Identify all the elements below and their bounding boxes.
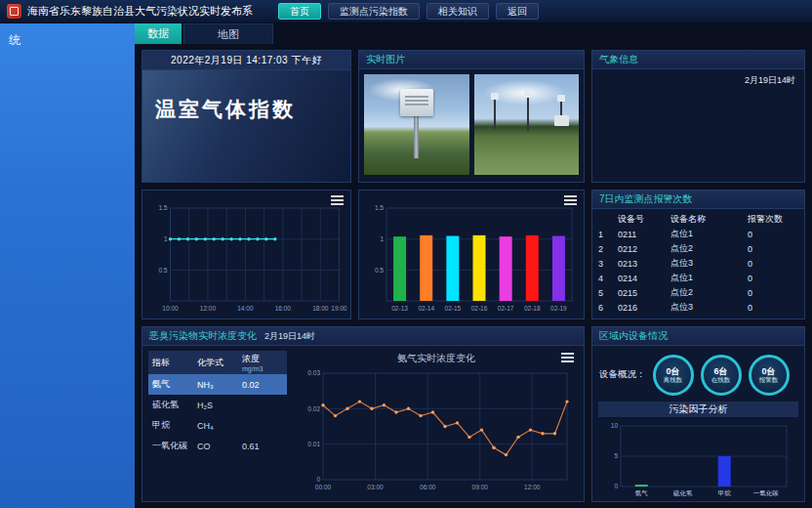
svg-text:0: 0 (614, 483, 618, 489)
col-alarm-count: 报警次数 (748, 213, 798, 226)
alarm-table-row[interactable]: 2 0212 点位2 0 (598, 241, 798, 256)
cell-value: 0.61 (242, 442, 283, 451)
svg-text:02-16: 02-16 (471, 305, 488, 312)
svg-text:0.01: 0.01 (307, 441, 320, 447)
weather-panel-header: 气象信息 (592, 51, 804, 69)
svg-text:1.5: 1.5 (375, 204, 384, 211)
cell-device-id: 0213 (618, 259, 670, 269)
cell-index: 6 (598, 303, 618, 313)
monitor-device (400, 89, 433, 116)
svg-text:14:00: 14:00 (237, 305, 254, 312)
cell-alarm-count: 0 (748, 244, 798, 254)
svg-text:18:00: 18:00 (312, 305, 329, 312)
alarm-table-row[interactable]: 6 0216 点位3 0 (598, 300, 798, 315)
svg-text:10:00: 10:00 (162, 305, 179, 312)
content-area: 数据 地图 2022年2月19日 14:17:03 下午好 温室气体指数 实时图… (135, 23, 812, 508)
main-nav: 首页 监测点污染指数 相关知识 返回 (278, 3, 539, 20)
cell-alarm-count: 0 (748, 303, 798, 313)
alarm-table-row[interactable]: 4 0214 点位1 0 (598, 271, 798, 285)
svg-text:1.5: 1.5 (158, 204, 167, 211)
greenhouse-trend-panel: 0.511.510:0012:0014:0016:0018:0019:00 (142, 190, 351, 319)
cell-device-id: 0216 (618, 303, 670, 313)
svg-text:09:00: 09:00 (472, 484, 489, 490)
online-count-label: 在线数 (711, 376, 731, 383)
dashboard-headline: 温室气体指数 (142, 70, 350, 123)
cell-device-name: 点位3 (670, 257, 748, 270)
daily-index-chart: 0.511.502-1302-1402-1502-1602-1702-1802-… (363, 202, 580, 314)
nh3-chart-title: 氨气实时浓度变化 (397, 351, 475, 365)
cell-alarm-count: 0 (748, 230, 798, 239)
alarm-panel-header: 7日内监测点报警次数 (592, 190, 804, 209)
cell-indicator: 甲烷 (152, 419, 197, 432)
cell-indicator: 硫化氢 (152, 399, 197, 411)
weather-datetime: 2月19日14时 (592, 69, 804, 92)
devices-panel: 区域内设备情况 设备概况： 0台 离线数 6台 在线数 0台 报警数 (591, 326, 805, 502)
odor-row-ch4[interactable]: 甲烷 CH₄ (148, 415, 287, 436)
photos-panel-header: 实时图片 (359, 51, 584, 69)
svg-text:0.5: 0.5 (375, 267, 384, 274)
svg-text:0.02: 0.02 (307, 405, 320, 412)
offline-count-value: 0台 (666, 366, 679, 376)
nav-home-button[interactable]: 首页 (278, 3, 321, 20)
alarm-table-row[interactable]: 3 0213 点位3 0 (598, 256, 798, 271)
photos-panel: 实时图片 (358, 50, 585, 183)
col-formula: 化学式 (197, 357, 242, 369)
factor-analysis-title: 污染因子分析 (598, 402, 798, 417)
svg-text:02-17: 02-17 (498, 305, 514, 312)
tab-map[interactable]: 地图 (183, 23, 273, 44)
cell-formula: H₂S (197, 401, 242, 410)
site-photo-2[interactable] (474, 74, 580, 175)
cell-device-name: 点位2 (670, 242, 748, 255)
cell-index: 1 (598, 230, 618, 239)
sidebar: 统 (0, 23, 135, 508)
svg-text:02-13: 02-13 (391, 305, 408, 312)
alarm-stats-panel: 7日内监测点报警次数 设备号 设备名称 报警次数 1 0211 点位1 0 (591, 190, 805, 319)
odor-row-co[interactable]: 一氧化碳 CO 0.61 (148, 436, 287, 456)
svg-text:12:00: 12:00 (524, 484, 541, 490)
col-device-id: 设备号 (618, 213, 670, 226)
nav-knowledge-button[interactable]: 相关知识 (426, 3, 489, 20)
svg-text:02-15: 02-15 (445, 305, 462, 312)
device-overview-label: 设备概况： (599, 368, 646, 381)
offline-count-badge: 0台 离线数 (653, 355, 694, 396)
chart-menu-icon[interactable] (561, 353, 574, 362)
odor-row-h2s[interactable]: 硫化氢 H₂S (148, 395, 287, 415)
odor-panel-datetime: 2月19日14时 (264, 330, 315, 343)
svg-text:1: 1 (163, 235, 167, 242)
nav-pollution-index-button[interactable]: 监测点污染指数 (328, 3, 420, 20)
odor-table-header: 指标 化学式 浓度 mg/m3 (148, 351, 287, 374)
alarm-table-row[interactable]: 5 0215 点位2 0 (598, 285, 798, 300)
col-device-name: 设备名称 (670, 213, 748, 226)
station-shed (554, 115, 569, 126)
cell-index: 4 (598, 274, 618, 283)
title-bar: 海南省乐东黎族自治县大气污染状况实时发布系 首页 监测点污染指数 相关知识 返回 (0, 0, 812, 23)
cell-index: 2 (598, 244, 618, 254)
svg-text:0: 0 (316, 476, 320, 483)
tab-data[interactable]: 数据 (135, 23, 182, 44)
svg-text:12:00: 12:00 (199, 305, 216, 312)
greeting-panel: 2022年2月19日 14:17:03 下午好 温室气体指数 (142, 50, 351, 183)
nav-return-button[interactable]: 返回 (496, 3, 539, 20)
device-overview: 设备概况： 0台 离线数 6台 在线数 0台 报警数 (592, 346, 804, 401)
chart-menu-icon[interactable] (564, 195, 577, 205)
svg-text:10: 10 (610, 422, 618, 429)
sidebar-item-system[interactable]: 统 (0, 23, 135, 49)
cell-device-id: 0215 (618, 288, 670, 298)
alarm-table-row[interactable]: 1 0211 点位1 0 (598, 227, 798, 241)
odor-row-nh3[interactable]: 氨气 NH₃ 0.02 (148, 374, 287, 395)
cell-formula: NH₃ (197, 380, 242, 390)
alarm-count-badge: 0台 报警数 (749, 355, 790, 396)
cell-indicator: 氨气 (152, 378, 197, 391)
chart-menu-icon[interactable] (331, 195, 344, 205)
col-indicator: 指标 (152, 357, 197, 369)
cell-formula: CH₄ (197, 421, 242, 431)
sensor-pole (527, 98, 529, 131)
site-photo-1[interactable] (364, 74, 469, 175)
cell-index: 5 (598, 288, 618, 298)
svg-text:19:00: 19:00 (331, 305, 346, 312)
cell-device-id: 0211 (618, 230, 670, 239)
col-concentration-label: 浓度 (242, 354, 260, 363)
online-count-value: 6台 (713, 366, 727, 376)
app-window: 海南省乐东黎族自治县大气污染状况实时发布系 首页 监测点污染指数 相关知识 返回… (0, 0, 812, 508)
tab-bar: 数据 地图 (135, 23, 812, 44)
